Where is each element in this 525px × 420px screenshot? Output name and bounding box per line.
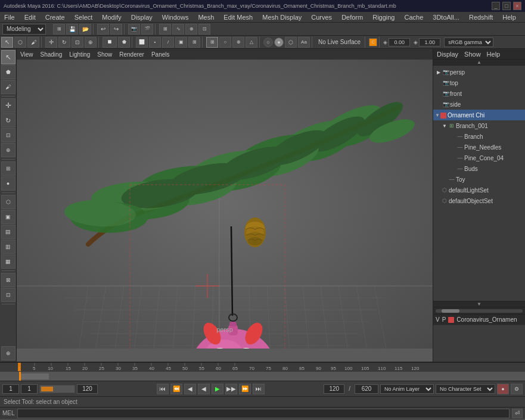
viewport-menu-show[interactable]: Show bbox=[97, 51, 112, 58]
move-tool[interactable]: ✛ bbox=[45, 37, 57, 48]
viewport-menu-panels[interactable]: Panels bbox=[151, 51, 170, 58]
wireframe-mode[interactable]: ⬡ bbox=[285, 37, 297, 48]
soft-mod-left[interactable]: ● bbox=[1, 176, 15, 191]
menu-mesh-display[interactable]: Mesh Display bbox=[260, 13, 303, 21]
viewport-menu-view[interactable]: View bbox=[20, 51, 33, 58]
playback-range-bar[interactable] bbox=[39, 385, 75, 393]
viewport[interactable]: View Shading Lighting Show Renderer Pane… bbox=[17, 49, 433, 362]
maximize-button[interactable]: □ bbox=[502, 2, 511, 10]
aa-mode[interactable]: Aa bbox=[298, 37, 310, 48]
minimize-button[interactable]: _ bbox=[492, 2, 500, 10]
scale-tool[interactable]: ⊡ bbox=[72, 37, 83, 48]
paint-left[interactable]: 🖌 bbox=[1, 80, 15, 94]
menu-cache[interactable]: Cache bbox=[403, 13, 425, 21]
universal-tool[interactable]: ⊕ bbox=[85, 37, 97, 48]
outliner-item-pine-needles[interactable]: — Pine_Needles bbox=[433, 142, 525, 153]
gamma-input2[interactable] bbox=[419, 38, 440, 46]
time-playhead[interactable] bbox=[19, 372, 21, 381]
rotate-tool[interactable]: ↻ bbox=[58, 37, 70, 48]
edge-mode[interactable]: / bbox=[162, 37, 174, 48]
prev-keyframe-btn[interactable]: ◀ bbox=[198, 384, 210, 394]
settings-btn[interactable]: ⚙ bbox=[511, 384, 523, 394]
lasso-left[interactable]: ⬟ bbox=[1, 65, 15, 79]
outliner-item-top[interactable]: 📷 top bbox=[433, 77, 525, 88]
menu-help[interactable]: Help bbox=[501, 13, 518, 21]
universal-left[interactable]: ⊕ bbox=[1, 143, 15, 157]
select-tool-left[interactable]: ↖ bbox=[1, 50, 15, 64]
menu-create[interactable]: Create bbox=[44, 13, 67, 21]
outliner-scroll-bottom[interactable]: ▼ bbox=[433, 301, 525, 307]
play-btn[interactable]: ▶ bbox=[212, 384, 223, 394]
camera-btn[interactable]: 📷 bbox=[128, 24, 140, 35]
scale-left[interactable]: ⊡ bbox=[1, 128, 15, 142]
outliner-item-buds[interactable]: — Buds bbox=[433, 163, 525, 174]
uv-mode[interactable]: ⊞ bbox=[188, 37, 200, 48]
face-mode[interactable]: ▣ bbox=[175, 37, 187, 48]
viewport-menu-shading[interactable]: Shading bbox=[41, 51, 63, 58]
show-manip-left[interactable]: ⊞ bbox=[1, 161, 15, 176]
snap-normal[interactable]: △ bbox=[246, 37, 257, 48]
cache-left[interactable]: ▥ bbox=[1, 239, 15, 254]
snap-point[interactable]: ⊕ bbox=[185, 24, 197, 35]
menu-windows[interactable]: Windows bbox=[160, 13, 191, 21]
time-ruler[interactable]: 1 5 10 15 20 25 30 35 40 45 50 55 60 65 … bbox=[0, 362, 525, 372]
step-back-btn[interactable]: ⏪ bbox=[170, 384, 182, 394]
tool-14[interactable]: ⊡ bbox=[1, 288, 15, 302]
undo-btn[interactable]: ↩ bbox=[97, 24, 109, 35]
snap-curve[interactable]: ∿ bbox=[172, 24, 184, 35]
viewport-menu-renderer[interactable]: Renderer bbox=[119, 51, 144, 58]
select-tool[interactable]: ↖ bbox=[1, 37, 13, 48]
time-slider[interactable] bbox=[0, 372, 525, 381]
next-frame-btn[interactable]: ⏩ bbox=[239, 384, 251, 394]
outliner-item-branch001[interactable]: ▼ ⊞ Branch_001 bbox=[433, 120, 525, 131]
mel-run-btn[interactable]: ⏎ bbox=[512, 409, 523, 418]
menu-file[interactable]: File bbox=[2, 13, 17, 21]
snap-grid2[interactable]: ⊞ bbox=[206, 37, 218, 48]
outliner-item-side[interactable]: 📷 side bbox=[433, 99, 525, 110]
end-frame-input3[interactable] bbox=[355, 384, 378, 394]
vert-mode[interactable]: • bbox=[149, 37, 161, 48]
goto-start-btn[interactable]: ⏮ bbox=[157, 384, 169, 394]
save-btn[interactable]: 💾 bbox=[66, 24, 78, 35]
paint-tool[interactable]: 🖌 bbox=[27, 37, 39, 48]
tool-bottom[interactable]: ⊕ bbox=[1, 346, 15, 360]
frame-start-display[interactable] bbox=[21, 384, 38, 394]
outliner-item-lightset[interactable]: ⬡ defaultLightSet bbox=[433, 185, 525, 195]
auto-key-btn[interactable]: ● bbox=[497, 384, 509, 394]
menu-3dtoall[interactable]: 3DtoAll... bbox=[431, 13, 461, 21]
outliner-menu-display[interactable]: Display bbox=[437, 51, 458, 58]
paint-skin-left[interactable]: ▣ bbox=[1, 210, 15, 224]
outliner-item-persp[interactable]: ▶ 📷 persp bbox=[433, 67, 525, 77]
render-btn[interactable]: 🎬 bbox=[141, 24, 153, 35]
soft-select[interactable]: 🔲 bbox=[102, 37, 117, 48]
menu-mesh[interactable]: Mesh bbox=[196, 13, 216, 21]
cluster-left[interactable]: ▦ bbox=[1, 254, 15, 269]
menu-display[interactable]: Display bbox=[129, 13, 154, 21]
outliner-scroll-top[interactable]: ▲ bbox=[433, 60, 525, 66]
outliner-item-objectset[interactable]: ⬡ defaultObjectSet bbox=[433, 195, 525, 206]
vp-btn[interactable]: V bbox=[436, 316, 440, 323]
character-set-select[interactable]: No Character Set bbox=[436, 384, 495, 394]
close-button[interactable]: × bbox=[513, 2, 521, 10]
sculpt-left[interactable]: ⬡ bbox=[1, 195, 15, 209]
menu-select[interactable]: Select bbox=[73, 13, 95, 21]
outliner-item-pine-cone[interactable]: — Pine_Cone_04 bbox=[433, 153, 525, 163]
menu-edit[interactable]: Edit bbox=[23, 13, 38, 21]
menu-deform[interactable]: Deform bbox=[340, 13, 365, 21]
snap-point2[interactable]: ⊕ bbox=[232, 37, 244, 48]
goto-end-btn[interactable]: ⏭ bbox=[253, 384, 265, 394]
viewport-menu-lighting[interactable]: Lighting bbox=[69, 51, 90, 58]
current-frame-input[interactable] bbox=[2, 384, 19, 394]
outliner-item-toy[interactable]: — Toy bbox=[433, 174, 525, 185]
menu-rigging[interactable]: Rigging bbox=[371, 13, 396, 21]
tool-13[interactable]: ⊠ bbox=[1, 273, 15, 287]
outliner-item-front[interactable]: 📷 front bbox=[433, 88, 525, 99]
menu-curves[interactable]: Curves bbox=[309, 13, 334, 21]
mode-selector[interactable]: Modeling Rigging Animation FX Rendering bbox=[2, 24, 46, 35]
snap-grid[interactable]: ⊞ bbox=[159, 24, 171, 35]
toolbar-icon-1[interactable]: ⊞ bbox=[53, 24, 65, 35]
color-space-select[interactable]: sRGB gamma bbox=[444, 38, 493, 47]
frame-end-input[interactable] bbox=[77, 384, 98, 394]
menu-edit-mesh[interactable]: Edit Mesh bbox=[222, 13, 254, 21]
scrollbar-thumb[interactable] bbox=[442, 309, 459, 313]
